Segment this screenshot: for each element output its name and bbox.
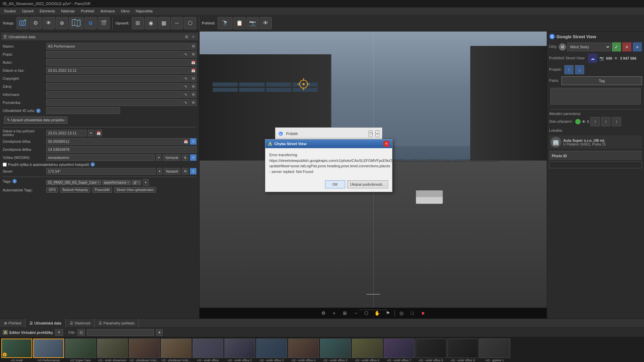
viewer-hex-btn[interactable]: ⬡ (362, 309, 370, 317)
photo-id-input[interactable] (549, 162, 642, 168)
datum-input[interactable] (46, 67, 189, 74)
thumb-10[interactable]: AS - směr office 5 (320, 339, 351, 362)
stav-upload3-btn[interactable]: ↑ (612, 117, 621, 126)
thumb-12[interactable]: AS - směr office 7 (384, 339, 415, 362)
upravit-patch-btn[interactable]: ⬡ (184, 17, 196, 29)
vstup-view-btn[interactable]: 👁 (43, 17, 55, 29)
viewer-flag-btn[interactable]: ⚑ (384, 309, 392, 317)
poznamka-edit-btn[interactable]: ✎ (182, 99, 189, 106)
thumb-14[interactable]: AS - směr office 9 (447, 339, 478, 362)
projekt-download-btn[interactable]: ↓ (575, 65, 584, 74)
tag2-remove-btn[interactable]: × (127, 181, 129, 184)
viewer-add-btn[interactable]: + (330, 309, 338, 317)
stav-upload2-btn[interactable]: ↑ (601, 117, 610, 126)
tag1-remove-btn[interactable]: × (98, 181, 100, 184)
thumb-1[interactable]: AS Performance (33, 339, 64, 362)
pohled-camera-btn[interactable]: 📷 (247, 17, 259, 29)
nazev-input[interactable] (46, 43, 189, 50)
popis-copy-btn[interactable]: ⧉ (190, 51, 197, 58)
viewer-square-btn[interactable]: □ (408, 309, 416, 317)
viewer-grid-btn[interactable]: ⊞ (341, 309, 349, 317)
left-panel-settings-btn[interactable]: ⚙ (184, 34, 189, 40)
thumb-9[interactable]: AS - směr office 4 (288, 339, 319, 362)
tab-uzivatelska-data[interactable]: ☰ Uživatelská data (25, 318, 66, 328)
account-add-btn[interactable]: + (633, 42, 642, 52)
vstup-google-btn[interactable]: G (85, 17, 97, 29)
upravit-sliders-btn[interactable]: ⊞ (132, 17, 144, 29)
menu-nastroje[interactable]: Nástroje (58, 8, 77, 14)
viewer-settings-btn[interactable]: ⚙ (319, 309, 327, 317)
tab-vlastnosti[interactable]: ☰ Vlastnosti (66, 318, 95, 328)
thumb-11[interactable]: AS - směr office 6 (352, 339, 383, 362)
ve-filter-dropdown[interactable]: ▼ (156, 329, 163, 336)
zdroj-edit-btn[interactable]: ✎ (182, 83, 189, 90)
thumb-2[interactable]: AS Super Care (65, 339, 96, 362)
upravit-grid-btn[interactable]: ▦ (158, 17, 170, 29)
thumb-15[interactable]: AS - galerie 1 (479, 339, 510, 362)
ve-filter-input[interactable] (87, 329, 154, 336)
thumb-0[interactable]: ! AS Areál (1, 339, 32, 362)
delka-input[interactable] (46, 146, 197, 153)
poznamka-input[interactable] (46, 99, 182, 106)
copyright-copy-btn[interactable]: ⧉ (190, 75, 197, 82)
vyska-info-btn[interactable]: i (190, 154, 197, 161)
thumb-3[interactable]: AS - směr showroom (97, 339, 128, 362)
vyska-dropdown[interactable]: ▼ (156, 154, 161, 161)
thumb-6[interactable]: AS - směr office (193, 339, 223, 362)
sirka-info-btn[interactable]: i (190, 138, 197, 145)
error-ok-btn[interactable]: OK (325, 180, 345, 188)
pohled-binoculars-btn[interactable]: 🔭 (218, 17, 232, 29)
edit-project-btn[interactable]: ✎ Upravit uživatelská data projektu (4, 117, 67, 124)
progress-help-btn[interactable]: ? (369, 130, 373, 137)
pohled-clipboard-btn[interactable]: 📋 (233, 17, 246, 29)
sever-input[interactable] (46, 168, 156, 175)
sever-dropdown[interactable]: ▼ (157, 168, 162, 175)
vyska-input[interactable] (46, 154, 155, 161)
tag-btn[interactable]: Tag (561, 76, 642, 85)
thumb-13[interactable]: AS - směr office 8 (416, 339, 446, 362)
viewer-red-sq-btn[interactable]: ■ (419, 309, 427, 317)
copyright-edit-btn[interactable]: ✎ (182, 75, 189, 82)
informace-copy-btn[interactable]: ⧉ (190, 91, 197, 98)
tab-parametry[interactable]: ☰ Parametry pohledu (95, 318, 139, 328)
viewer-arrow-btn[interactable]: → (352, 309, 360, 317)
vstup-hotspot-btn[interactable]: ⊕ (56, 17, 68, 29)
vyska-checkbox[interactable] (3, 163, 7, 167)
menu-okno[interactable]: Okno (118, 8, 132, 14)
account-delete-btn[interactable]: × (622, 42, 632, 52)
viewer-target-btn[interactable]: ◎ (397, 309, 406, 317)
user-select[interactable]: Miloš Steký (567, 43, 611, 51)
informace-edit-btn[interactable]: ✎ (182, 91, 189, 98)
upravit-arrow-btn[interactable]: ↔ (171, 17, 183, 29)
menu-elementy[interactable]: Elementy (37, 8, 58, 14)
sever-info-btn[interactable]: i (190, 168, 197, 175)
autor-cal-btn[interactable]: 📅 (190, 59, 197, 66)
sever-set-btn[interactable]: Nastavit (164, 168, 180, 175)
tab-prehled[interactable]: ⊞ Přehled (0, 318, 25, 328)
menu-upravit[interactable]: Úpravit (19, 8, 36, 14)
nazev-copy-btn[interactable]: ⧉ (190, 43, 197, 50)
zdroj-copy-btn[interactable]: ⧉ (190, 83, 197, 90)
autor-input[interactable] (46, 59, 189, 66)
tag-dropdown-btn[interactable]: ▼ (143, 179, 149, 186)
thumb-5[interactable]: AS - předávací míst... (161, 339, 192, 362)
datetime-snimku-dropdown[interactable]: ▼ (88, 130, 94, 136)
projekt-upload-btn[interactable]: ↑ (564, 65, 574, 74)
datum-cal-btn[interactable]: 📅 (190, 67, 197, 74)
menu-napoveda[interactable]: Nápověda (133, 8, 155, 14)
poznamka-copy-btn[interactable]: ⧉ (190, 99, 197, 106)
patra-textarea[interactable] (550, 88, 641, 105)
ve-dropdown-btn[interactable]: ▼ (55, 329, 63, 336)
vstup-add-btn[interactable]: + (16, 17, 29, 29)
vstup-film-btn[interactable]: 🎬 (98, 17, 110, 29)
error-details-btn[interactable]: Ukázat podrobnosti... (347, 180, 388, 188)
menu-animace[interactable]: Animace (98, 8, 118, 14)
thumb-8[interactable]: AS - směr office 3 (256, 339, 287, 362)
stav-upload1-btn[interactable]: ↑ (590, 117, 600, 126)
vyska-clear-btn[interactable]: Vymazat (163, 154, 180, 161)
sever-copy-btn[interactable]: ⧉ (182, 168, 189, 175)
error-close-btn[interactable]: × (383, 141, 389, 147)
menu-soubor[interactable]: Soubor (1, 8, 18, 14)
popis-input[interactable] (46, 51, 182, 58)
tag3-remove-btn[interactable]: × (138, 181, 140, 184)
